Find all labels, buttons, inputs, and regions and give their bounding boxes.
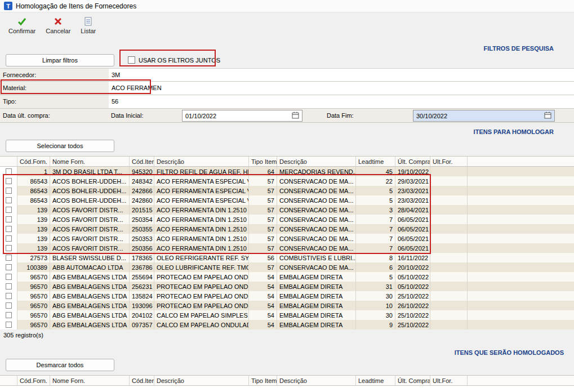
select-all-button[interactable]: Selecionar todos [6, 140, 114, 152]
row-checkbox[interactable] [6, 216, 12, 222]
header-cod-item[interactable]: Cód.Item. [130, 376, 154, 385]
cell-descricao-1: ACO FERRAMENTA DIN 1.2510 ... [154, 224, 249, 234]
header-cod-forn[interactable]: Cód.Forn. [17, 376, 50, 385]
cell-filler [468, 224, 574, 234]
cell-leadtime: 6 [356, 262, 395, 272]
table-row[interactable]: 86543 ACOS BOHLER-UDDEH... 248342 ACO FE… [0, 176, 574, 186]
list-button-label: Listar [81, 28, 96, 34]
row-checkbox-cell [0, 243, 17, 253]
row-checkbox[interactable] [6, 302, 12, 309]
cell-nome-forn: ACOS BOHLER-UDDEH... [50, 195, 130, 205]
header-descricao-2[interactable]: Descrição [277, 376, 356, 385]
row-checkbox[interactable] [6, 226, 12, 232]
table-row[interactable]: 100389 ABB AUTOMACAO LTDA 236786 OLEO LU… [0, 262, 574, 272]
cell-ult-compra: 25/10/2022 [395, 320, 430, 329]
table-row[interactable]: 86543 ACOS BOHLER-UDDEH... 242866 ACO FE… [0, 186, 574, 195]
cell-descricao-1: ACO FERRAMENTA DIN 1.2510 ... [154, 215, 249, 224]
header-nome-forn[interactable]: Nome Forn. [50, 376, 130, 385]
cell-nome-forn: ACOS FAVORIT DISTR... [50, 205, 130, 215]
header-descricao-2[interactable]: Descrição [277, 157, 356, 166]
row-checkbox[interactable] [6, 255, 12, 261]
calendar-icon[interactable] [292, 112, 299, 120]
header-nome-forn[interactable]: Nome Forn. [50, 157, 130, 166]
row-checkbox[interactable] [6, 312, 12, 318]
header-ult-for[interactable]: Ult.For. [430, 157, 468, 166]
cell-descricao-2: EMBALAGEM DIRETA [277, 320, 356, 329]
cell-filler [468, 301, 574, 310]
row-checkbox[interactable] [6, 245, 12, 251]
table-row[interactable]: 96570 ABG EMBALAGENS LTDA 135824 PROTECA… [0, 291, 574, 301]
cell-descricao-1: CALCO EM PAPELAO SIMPLES R... [154, 310, 249, 320]
tipo-label: Tipo: [0, 95, 109, 108]
fornecedor-input[interactable]: 3M [109, 69, 574, 81]
table-row[interactable]: 139 ACOS FAVORIT DISTR... 250356 ACO FER… [0, 243, 574, 253]
table-row[interactable]: 96570 ABG EMBALAGENS LTDA 256231 PROTECA… [0, 282, 574, 291]
row-checkbox[interactable] [6, 264, 12, 270]
cell-ult-for [430, 215, 468, 224]
confirm-button[interactable]: Confirmar [3, 12, 41, 38]
header-tipo-item[interactable]: Tipo Item [249, 376, 277, 385]
row-checkbox[interactable] [6, 274, 12, 280]
material-input[interactable]: ACO FERRAMEN [109, 82, 574, 95]
header-ult-compra[interactable]: Últ. Compra [395, 157, 430, 166]
table-row[interactable]: 139 ACOS FAVORIT DISTR... 250354 ACO FER… [0, 215, 574, 224]
header-tipo-item[interactable]: Tipo Item [249, 157, 277, 166]
header-descricao-1[interactable]: Descrição [154, 376, 249, 385]
table-row[interactable]: 139 ACOS FAVORIT DISTR... 250355 ACO FER… [0, 224, 574, 234]
table-row[interactable]: 86543 ACOS BOHLER-UDDEH... 242860 ACO FE… [0, 195, 574, 205]
cell-descricao-1: ACO FERRAMENTA DIN 1.2510 ... [154, 234, 249, 243]
deselect-all-button[interactable]: Desmarcar todos [6, 359, 114, 371]
row-checkbox[interactable] [6, 197, 12, 203]
use-filters-together-option[interactable]: USAR OS FILTROS JUNTOS [128, 56, 220, 64]
row-checkbox[interactable] [6, 322, 12, 328]
cell-leadtime: 7 [356, 243, 395, 253]
header-leadtime[interactable]: Leadtime [356, 376, 395, 385]
row-checkbox[interactable] [6, 293, 12, 299]
row-checkbox[interactable] [6, 235, 12, 242]
row-checkbox[interactable] [6, 188, 12, 194]
header-ult-compra[interactable]: Últ. Compra [395, 376, 430, 385]
cell-tipo-item: 64 [249, 167, 277, 176]
table-row[interactable]: 96570 ABG EMBALAGENS LTDA 255694 PROTECA… [0, 272, 574, 282]
list-button[interactable]: Listar [75, 12, 101, 38]
row-checkbox[interactable] [6, 168, 12, 175]
table-row[interactable]: 139 ACOS FAVORIT DISTR... 201515 ACO FER… [0, 205, 574, 215]
calendar-icon[interactable] [544, 112, 551, 120]
cell-ult-for [430, 205, 468, 215]
tipo-input[interactable]: 56 [109, 95, 574, 108]
cell-cod-forn: 139 [17, 224, 50, 234]
cell-descricao-2: CONSERVACAO DE MA... [277, 176, 356, 186]
cell-ult-compra: 29/03/2021 [395, 176, 430, 186]
table-row[interactable]: 139 ACOS FAVORIT DISTR... 250353 ACO FER… [0, 234, 574, 243]
fornecedor-label: Fornecedor: [0, 69, 109, 81]
row-checkbox[interactable] [6, 283, 12, 289]
table-row[interactable]: 96570 ABG EMBALAGENS LTDA 097357 CALCO E… [0, 320, 574, 329]
table-row[interactable]: 1 3M DO BRASIL LTDA T... 945320 FILTRO R… [0, 167, 574, 176]
header-leadtime[interactable]: Leadtime [356, 157, 395, 166]
cell-nome-forn: ABG EMBALAGENS LTDA [50, 291, 130, 301]
cell-leadtime: 5 [356, 186, 395, 195]
homologar-table-body: 1 3M DO BRASIL LTDA T... 945320 FILTRO R… [0, 167, 574, 329]
cancel-button[interactable]: Cancelar [41, 12, 75, 38]
data-inicial-input[interactable]: 01/10/2022 [182, 110, 302, 122]
header-cod-item[interactable]: Cód.Item. [130, 157, 154, 166]
header-cod-forn[interactable]: Cód.Forn. [17, 157, 50, 166]
cell-ult-compra: 28/04/2021 [395, 205, 430, 215]
header-ult-for[interactable]: Ult.For. [430, 376, 468, 385]
table-row[interactable]: 96570 ABG EMBALAGENS LTDA 193096 PROTECA… [0, 301, 574, 310]
data-fim-input[interactable]: 30/10/2022 [413, 110, 555, 122]
cell-ult-for [430, 272, 468, 282]
use-filters-checkbox[interactable] [128, 56, 135, 64]
cell-filler [468, 291, 574, 301]
table-row[interactable]: 96570 ABG EMBALAGENS LTDA 204102 CALCO E… [0, 310, 574, 320]
cell-descricao-2: COMBUSTIVEIS E LUBRI... [277, 253, 356, 262]
cell-ult-compra: 23/03/2021 [395, 186, 430, 195]
row-checkbox[interactable] [6, 207, 12, 213]
header-descricao-1[interactable]: Descrição [154, 157, 249, 166]
cell-tipo-item: 57 [249, 243, 277, 253]
row-checkbox[interactable] [6, 178, 12, 184]
homologados-table-body [0, 386, 574, 392]
row-checkbox-cell [0, 301, 17, 310]
clear-filters-button[interactable]: Limpar filtros [6, 54, 114, 66]
table-row[interactable]: 27573 BLASER SWISSLUBE D... 178365 OLEO … [0, 253, 574, 262]
